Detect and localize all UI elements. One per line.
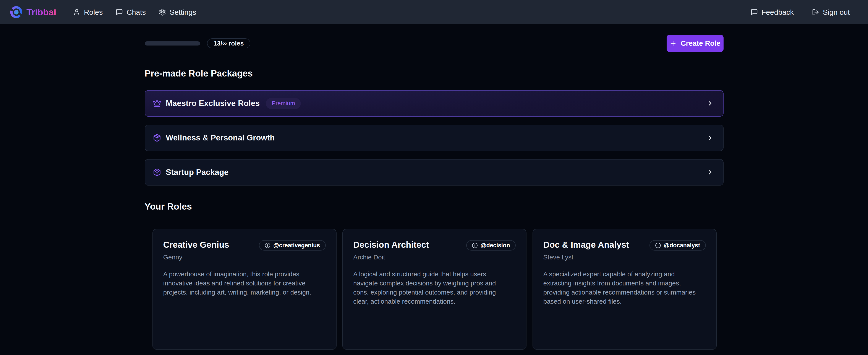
role-title: Doc & Image Analyst (544, 240, 629, 250)
role-card-header: Doc & Image Analyst @docanalyst (544, 240, 706, 250)
navbar: Tribbai Roles Chats Settings Fe (0, 0, 868, 24)
chevron-right-icon (707, 135, 714, 141)
roles-count-badge: 13/∞ roles (207, 38, 250, 48)
role-title: Decision Architect (353, 240, 429, 250)
chevron-right-icon (707, 169, 714, 176)
role-handle: @creativegenius (273, 242, 320, 249)
role-handle-badge[interactable]: @creativegenius (259, 240, 326, 250)
sign-out-button[interactable]: Sign out (809, 6, 853, 19)
nav-item-roles[interactable]: Roles (70, 6, 106, 19)
brand[interactable]: Tribbai (9, 5, 56, 19)
package-title: Wellness & Personal Growth (166, 133, 275, 142)
package-icon (153, 134, 161, 142)
roles-usage: 13/∞ roles (145, 38, 250, 48)
info-icon (655, 242, 661, 248)
role-handle-badge[interactable]: @docanalyst (650, 240, 706, 250)
user-icon (73, 8, 80, 16)
chat-bubble-icon (116, 8, 123, 16)
sign-out-icon (812, 8, 819, 16)
package-icon (153, 168, 161, 176)
sign-out-label: Sign out (823, 8, 850, 17)
role-card-header: Creative Genius @creativegenius (163, 240, 326, 250)
package-title: Startup Package (166, 168, 229, 177)
package-row-wellness[interactable]: Wellness & Personal Growth (145, 125, 723, 151)
role-title: Creative Genius (163, 240, 229, 250)
create-role-label: Create Role (681, 39, 720, 48)
nav-item-chats[interactable]: Chats (113, 6, 149, 19)
info-icon (472, 242, 478, 248)
chat-bubble-icon (751, 8, 758, 16)
roles-grid: Creative Genius @creativegenius Genny A … (145, 229, 723, 355)
role-card-decision-architect[interactable]: Decision Architect @decision Archie Doit… (342, 229, 526, 350)
role-card-header: Decision Architect @decision (353, 240, 516, 250)
role-description: A logical and structured guide that help… (353, 270, 509, 306)
crown-icon (153, 99, 161, 108)
role-subtitle: Genny (163, 254, 326, 261)
package-title: Maestro Exclusive Roles (166, 99, 260, 108)
roles-toolbar: 13/∞ roles Create Role (145, 35, 723, 52)
nav-item-label: Roles (84, 8, 103, 17)
packages-section-title: Pre-made Role Packages (145, 68, 723, 79)
gear-icon (159, 8, 166, 16)
nav-item-label: Chats (126, 8, 146, 17)
role-card-creative-genius[interactable]: Creative Genius @creativegenius Genny A … (152, 229, 337, 350)
plus-icon (670, 40, 677, 47)
role-subtitle: Steve Lyst (544, 254, 706, 261)
nav-item-settings[interactable]: Settings (156, 6, 199, 19)
package-row-maestro[interactable]: Maestro Exclusive Roles Premium (145, 90, 723, 117)
feedback-label: Feedback (762, 8, 794, 17)
role-card-doc-image-analyst[interactable]: Doc & Image Analyst @docanalyst Steve Ly… (532, 229, 717, 350)
role-description: A specialized expert capable of analyzin… (544, 270, 699, 306)
roles-progress-bar (145, 41, 200, 46)
role-handle-badge[interactable]: @decision (466, 240, 516, 250)
package-list: Maestro Exclusive Roles Premium Wellness… (145, 90, 723, 185)
nav-menu: Roles Chats Settings (70, 6, 199, 19)
create-role-button[interactable]: Create Role (666, 35, 723, 52)
role-handle: @decision (480, 242, 510, 249)
your-roles-section-title: Your Roles (145, 202, 723, 211)
brand-name: Tribbai (26, 7, 56, 18)
nav-actions: Feedback Sign out (748, 6, 853, 19)
chevron-right-icon (707, 100, 714, 107)
role-handle: @docanalyst (664, 242, 700, 249)
role-subtitle: Archie Doit (353, 254, 516, 261)
nav-item-label: Settings (169, 8, 196, 17)
package-row-startup[interactable]: Startup Package (145, 159, 723, 185)
feedback-button[interactable]: Feedback (748, 6, 797, 19)
info-icon (265, 242, 271, 248)
premium-badge: Premium (266, 98, 301, 109)
brand-logo-icon (9, 5, 23, 19)
main-content: 13/∞ roles Create Role Pre-made Role Pac… (145, 35, 723, 355)
role-description: A powerhouse of imagination, this role p… (163, 270, 319, 297)
